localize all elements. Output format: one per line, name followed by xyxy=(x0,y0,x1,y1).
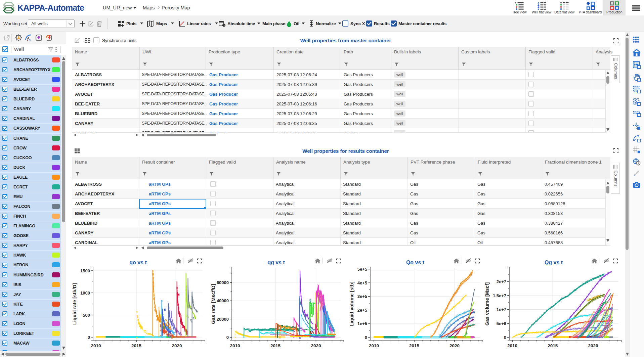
svg-text:0: 0 xyxy=(226,335,229,340)
svg-text:qo vs t: qo vs t xyxy=(129,260,147,265)
svg-text:2020: 2020 xyxy=(449,343,460,348)
svg-text:2015: 2015 xyxy=(131,343,142,348)
svg-text:0: 0 xyxy=(504,335,506,340)
svg-text:4e+5: 4e+5 xyxy=(357,280,367,285)
svg-text:2010: 2010 xyxy=(507,343,517,348)
svg-text:2010: 2010 xyxy=(369,343,379,348)
svg-text:qg vs t: qg vs t xyxy=(267,260,285,265)
svg-text:2015: 2015 xyxy=(548,343,558,348)
svg-text:20000: 20000 xyxy=(217,317,229,322)
svg-text:1500: 1500 xyxy=(80,268,90,273)
svg-text:Gas volume [Mscf]: Gas volume [Mscf] xyxy=(484,282,490,325)
svg-text:2020: 2020 xyxy=(311,343,321,348)
svg-text:3e+5: 3e+5 xyxy=(357,294,367,299)
svg-text:1.5e+7: 1.5e+7 xyxy=(493,293,506,298)
svg-text:0: 0 xyxy=(365,335,367,340)
svg-text:1000: 1000 xyxy=(80,291,90,296)
svg-text:60000: 60000 xyxy=(217,280,229,285)
svg-text:1e+7: 1e+7 xyxy=(497,307,506,312)
svg-text:5e+6: 5e+6 xyxy=(497,321,506,326)
svg-text:40000: 40000 xyxy=(217,298,229,303)
svg-text:2e+7: 2e+7 xyxy=(497,279,506,284)
svg-text:2015: 2015 xyxy=(270,343,281,348)
svg-text:Qg vs t: Qg vs t xyxy=(545,260,563,265)
svg-text:5e+5: 5e+5 xyxy=(357,267,367,272)
svg-text:2020: 2020 xyxy=(588,343,598,348)
svg-text:2010: 2010 xyxy=(230,343,240,348)
svg-text:500: 500 xyxy=(83,313,90,318)
svg-text:x: x xyxy=(29,38,31,41)
svg-text:Gas rate [Mscf/D]: Gas rate [Mscf/D] xyxy=(211,284,216,324)
svg-text:1e+5: 1e+5 xyxy=(357,321,367,326)
svg-text:2015: 2015 xyxy=(409,343,420,348)
svg-text:2010: 2010 xyxy=(91,343,101,348)
svg-text:Qo vs t: Qo vs t xyxy=(406,260,425,265)
svg-text:2e+5: 2e+5 xyxy=(357,308,367,313)
svg-text:Liquid rate [stb/D]: Liquid rate [stb/D] xyxy=(72,283,77,325)
svg-text:Liquid volume [stb]: Liquid volume [stb] xyxy=(349,281,354,326)
svg-text:0: 0 xyxy=(88,335,90,340)
svg-text:2020: 2020 xyxy=(172,343,182,348)
